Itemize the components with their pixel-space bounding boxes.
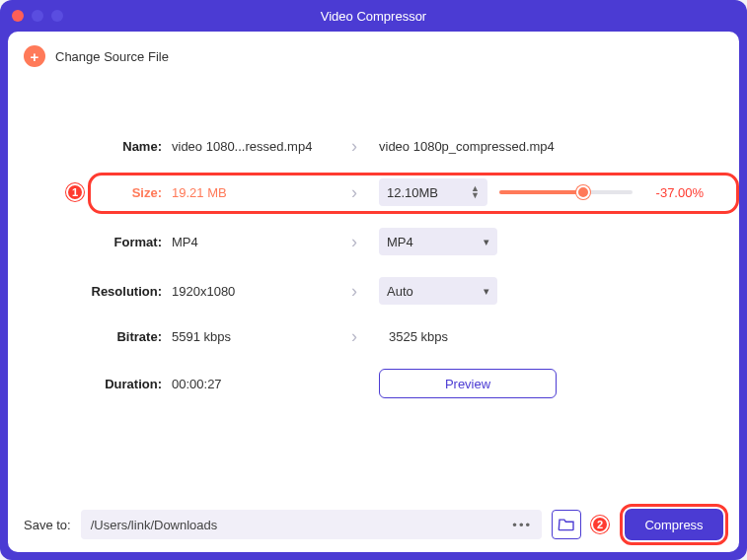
format-output-value: MP4 bbox=[387, 235, 413, 249]
app-window: Video Compressor + Change Source File 1 … bbox=[0, 0, 747, 560]
arrow-icon: › bbox=[339, 136, 369, 157]
bitrate-output-value: 3525 kbps bbox=[379, 329, 448, 344]
size-slider[interactable] bbox=[499, 190, 633, 194]
size-slider-wrap: -37.00% bbox=[499, 185, 704, 200]
resolution-output-value: Auto bbox=[387, 284, 413, 299]
size-output-spinner[interactable]: 12.10MB ▲ ▼ bbox=[379, 178, 487, 206]
close-window-button[interactable] bbox=[12, 10, 24, 22]
size-source-value: 19.21 MB bbox=[172, 185, 330, 200]
folder-icon bbox=[558, 518, 575, 531]
spinner-buttons: ▲ ▼ bbox=[471, 185, 480, 199]
name-source-value: video 1080...ressed.mp4 bbox=[172, 139, 330, 154]
resolution-output-select[interactable]: Auto ▾ bbox=[379, 277, 497, 305]
window-title: Video Compressor bbox=[321, 9, 426, 24]
minimize-window-button[interactable] bbox=[32, 10, 43, 22]
slider-thumb[interactable] bbox=[576, 185, 590, 199]
save-path-field[interactable]: /Users/link/Downloads ••• bbox=[81, 510, 542, 539]
size-output-value: 12.10MB bbox=[387, 185, 438, 200]
more-icon[interactable]: ••• bbox=[512, 518, 532, 532]
footer: Save to: /Users/link/Downloads ••• 2 Com… bbox=[24, 499, 723, 540]
add-source-button[interactable]: + bbox=[24, 45, 45, 67]
slider-fill bbox=[499, 190, 583, 194]
settings-content: 1 Name: video 1080...ressed.mp4 › video … bbox=[24, 77, 723, 499]
compress-button[interactable]: Compress bbox=[625, 509, 723, 540]
annotation-callout-1: 1 bbox=[66, 183, 84, 201]
resolution-source-value: 1920x1080 bbox=[172, 284, 330, 299]
annotation-callout-2: 2 bbox=[591, 516, 609, 533]
chevron-down-icon: ▾ bbox=[484, 285, 489, 298]
format-label: Format: bbox=[43, 235, 162, 249]
arrow-icon: › bbox=[339, 182, 369, 203]
format-source-value: MP4 bbox=[172, 235, 330, 249]
duration-value: 00:00:27 bbox=[172, 377, 330, 391]
plus-icon: + bbox=[31, 49, 39, 64]
size-percent: -37.00% bbox=[646, 185, 704, 200]
main-panel: + Change Source File 1 Name: video 1080.… bbox=[8, 32, 739, 552]
change-source-label[interactable]: Change Source File bbox=[55, 49, 169, 64]
spinner-down-icon[interactable]: ▼ bbox=[471, 192, 480, 199]
name-label: Name: bbox=[43, 139, 162, 154]
arrow-icon: › bbox=[339, 326, 369, 347]
open-folder-button[interactable] bbox=[552, 510, 581, 539]
duration-label: Duration: bbox=[43, 377, 162, 391]
chevron-down-icon: ▾ bbox=[484, 236, 489, 248]
save-path-value: /Users/link/Downloads bbox=[91, 518, 218, 532]
resolution-label: Resolution: bbox=[43, 284, 162, 299]
size-label: Size: bbox=[43, 185, 162, 200]
arrow-icon: › bbox=[339, 281, 369, 302]
save-to-label: Save to: bbox=[24, 518, 71, 532]
titlebar: Video Compressor bbox=[0, 0, 747, 32]
change-source-row: + Change Source File bbox=[24, 45, 723, 67]
maximize-window-button[interactable] bbox=[51, 10, 63, 22]
name-output-field[interactable]: video 1080p_compressed.mp4 bbox=[379, 139, 555, 154]
arrow-icon: › bbox=[339, 232, 369, 252]
format-output-select[interactable]: MP4 ▾ bbox=[379, 228, 497, 255]
bitrate-label: Bitrate: bbox=[43, 329, 162, 344]
bitrate-source-value: 5591 kbps bbox=[172, 329, 330, 344]
preview-button[interactable]: Preview bbox=[379, 369, 557, 398]
window-controls bbox=[12, 10, 63, 22]
settings-grid: Name: video 1080...ressed.mp4 › video 10… bbox=[43, 136, 704, 398]
